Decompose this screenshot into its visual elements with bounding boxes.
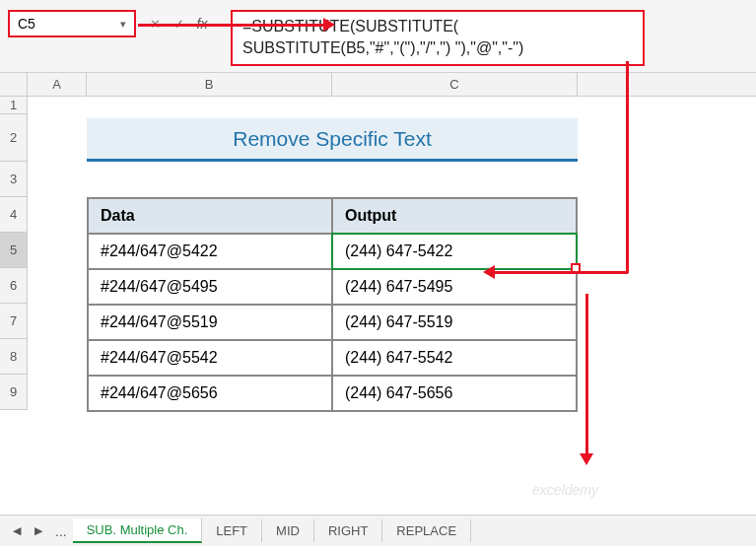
row-header-7[interactable]: 7 bbox=[0, 304, 28, 339]
row-header-1[interactable]: 1 bbox=[0, 97, 28, 114]
table-row: #244/647@5422 (244) 647-5422 bbox=[88, 234, 577, 269]
row-header-5[interactable]: 5 bbox=[0, 233, 28, 268]
table-row: #244/647@5519 (244) 647-5519 bbox=[88, 305, 577, 340]
worksheet-area[interactable]: A B C 1 2 3 4 5 6 7 8 9 Remove Specific … bbox=[0, 73, 756, 97]
cell-output[interactable]: (244) 647-5495 bbox=[332, 269, 577, 305]
row-header-8[interactable]: 8 bbox=[0, 339, 28, 375]
cell-data[interactable]: #244/647@5519 bbox=[88, 305, 332, 340]
table-row: #244/647@5656 (244) 647-5656 bbox=[88, 376, 577, 411]
row-header-4[interactable]: 4 bbox=[0, 197, 28, 233]
name-box[interactable]: C5 ▾ bbox=[8, 10, 136, 37]
column-headers: A B C bbox=[0, 73, 756, 97]
cancel-icon[interactable]: ✕ bbox=[144, 14, 166, 34]
column-header-c[interactable]: C bbox=[332, 73, 578, 96]
data-table: Data Output #244/647@5422 (244) 647-5422… bbox=[87, 197, 578, 412]
sheet-tab-mid[interactable]: MID bbox=[262, 519, 314, 542]
column-header-b[interactable]: B bbox=[87, 73, 332, 96]
column-header-a[interactable]: A bbox=[28, 73, 87, 96]
row-header-3[interactable]: 3 bbox=[0, 162, 28, 197]
formula-input-area: ✕ ✓ fx =SUBSTITUTE(SUBSTITUTE( SUBSTITUT… bbox=[144, 10, 748, 66]
select-all-corner[interactable] bbox=[0, 73, 28, 96]
cell-data[interactable]: #244/647@5495 bbox=[88, 269, 332, 305]
formula-bar-area: C5 ▾ ✕ ✓ fx =SUBSTITUTE(SUBSTITUTE( SUBS… bbox=[0, 0, 756, 73]
chevron-down-icon[interactable]: ▾ bbox=[120, 18, 126, 31]
annotation-arrow-3 bbox=[585, 294, 588, 456]
tab-overflow-icon[interactable]: ... bbox=[49, 523, 73, 539]
cell-data[interactable]: #244/647@5542 bbox=[88, 340, 332, 376]
sheet-tab-right[interactable]: RIGHT bbox=[314, 519, 382, 542]
sheet-tab-replace[interactable]: REPLACE bbox=[382, 519, 471, 542]
row-header-6[interactable]: 6 bbox=[0, 268, 28, 304]
formula-input[interactable]: =SUBSTITUTE(SUBSTITUTE( SUBSTITUTE(B5,"#… bbox=[231, 10, 645, 66]
tab-nav-next-icon[interactable]: ▶ bbox=[28, 520, 49, 542]
table-header-data[interactable]: Data bbox=[88, 198, 332, 234]
formula-line-1: =SUBSTITUTE(SUBSTITUTE( bbox=[242, 16, 633, 37]
table-row: #244/647@5542 (244) 647-5542 bbox=[88, 340, 577, 376]
cell-reference-text: C5 bbox=[18, 16, 35, 32]
table-header-output[interactable]: Output bbox=[332, 198, 577, 234]
formula-line-2: SUBSTITUTE(B5,"#","("),"/",") "),"@","-"… bbox=[242, 37, 633, 59]
table-header-row: Data Output bbox=[88, 198, 577, 234]
cell-output[interactable]: (244) 647-5519 bbox=[332, 305, 577, 340]
sheet-tabs-bar: ◀ ▶ ... SUB. Multiple Ch. LEFT MID RIGHT… bbox=[0, 515, 756, 546]
row-headers: 1 2 3 4 5 6 7 8 9 bbox=[0, 97, 28, 410]
annotation-arrowhead-3 bbox=[580, 453, 593, 465]
formula-bar-buttons: ✕ ✓ fx bbox=[144, 10, 213, 34]
row-header-9[interactable]: 9 bbox=[0, 375, 28, 410]
cell-output[interactable]: (244) 647-5656 bbox=[332, 376, 577, 411]
tab-nav-prev-icon[interactable]: ◀ bbox=[6, 520, 28, 542]
cell-data[interactable]: #244/647@5422 bbox=[88, 234, 332, 269]
fx-icon[interactable]: fx bbox=[191, 14, 213, 34]
cell-output-active[interactable]: (244) 647-5422 bbox=[332, 234, 577, 269]
page-title: Remove Specific Text bbox=[87, 118, 578, 162]
sheet-tab-active[interactable]: SUB. Multiple Ch. bbox=[73, 518, 203, 543]
sheet-tab-left[interactable]: LEFT bbox=[202, 519, 262, 542]
row-header-2[interactable]: 2 bbox=[0, 114, 28, 162]
watermark-text: exceldemy bbox=[532, 482, 598, 498]
cell-output-value: (244) 647-5422 bbox=[345, 242, 452, 259]
cell-data[interactable]: #244/647@5656 bbox=[88, 376, 332, 411]
table-row: #244/647@5495 (244) 647-5495 bbox=[88, 269, 577, 305]
enter-icon[interactable]: ✓ bbox=[168, 14, 189, 34]
cell-output[interactable]: (244) 647-5542 bbox=[332, 340, 577, 376]
